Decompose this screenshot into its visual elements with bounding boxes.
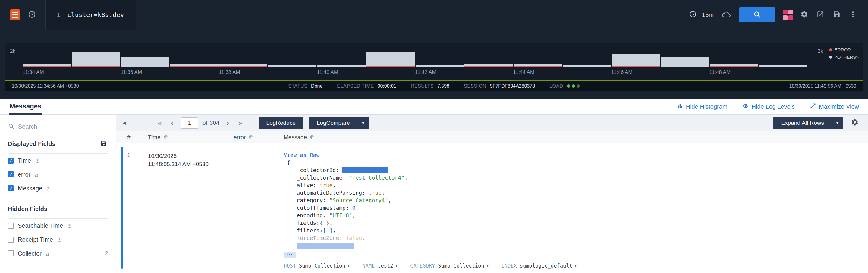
json-line: _collectorId: [284,166,864,174]
bar-error-segment [464,66,513,67]
gear-icon [851,118,859,127]
metadata-value-dropdown[interactable]: test2▾ [378,263,398,269]
histogram-bar[interactable] [464,47,513,67]
status-bar: 10/30/2025 11:34:56 AM +0530 STATUSDoneE… [5,81,863,91]
view-as-raw-link[interactable]: View as Raw [284,151,864,159]
field-row-time[interactable]: ✓Time [8,154,108,168]
prev-page-button[interactable]: ‹ [168,118,177,128]
checked-checkbox[interactable]: ✓ [8,158,14,163]
unchecked-checkbox[interactable] [8,250,14,256]
histogram-bar[interactable] [170,47,219,67]
view-control-hide-histogram[interactable]: Hide Histogram [677,103,727,111]
main-menu-button[interactable] [8,7,22,22]
histogram-bar[interactable] [366,47,415,67]
legend-item-others[interactable]: <OTHERS> [829,55,859,60]
histogram-bar[interactable] [710,47,758,67]
metadata-value-dropdown[interactable]: sumologic_default▾ [520,263,577,269]
logcompare-dropdown-button[interactable]: ▾ [358,117,369,129]
json-line: _collectorName: "Test Collector4", [284,174,864,181]
column-label: # [127,134,130,141]
copy-icon[interactable] [249,135,254,140]
share-button[interactable] [813,7,828,22]
histogram-bar[interactable] [317,47,366,67]
histogram-bar[interactable] [268,47,317,67]
topbar-actions: -15m [685,7,860,22]
histogram-bar[interactable] [415,47,464,67]
histogram-bar[interactable] [660,47,710,67]
collapse-sidebar-button[interactable]: ◀ [119,118,130,128]
table-settings-button[interactable] [849,118,860,128]
legend-item-error[interactable]: ERROR [829,47,859,52]
json-line [284,242,864,249]
table-row[interactable]: 1 10/30/2025 11:48:05.214 AM +0530 View … [116,144,868,273]
field-search-input[interactable] [18,123,108,130]
last-page-button[interactable]: » [236,118,245,128]
column-header-message[interactable]: Message [280,131,868,143]
view-control-maximize-view[interactable]: Maximize View [810,103,859,111]
histogram-bar[interactable] [72,47,121,67]
clock-icon [67,223,72,229]
first-page-button[interactable]: « [156,118,164,128]
expand-all-rows-button[interactable]: Expand All Rows [773,117,832,129]
field-label: Receipt Time [18,236,53,243]
histogram-bar[interactable] [513,47,562,67]
unchecked-checkbox[interactable] [8,237,14,243]
more-menu-button[interactable] [846,7,860,22]
save-fields-button[interactable] [99,140,108,149]
page-input[interactable] [181,117,198,129]
unchecked-checkbox[interactable] [8,223,14,229]
logcompare-button[interactable]: LogCompare [309,117,358,129]
apps-button[interactable] [781,7,795,22]
metadata-host: HOSTSumo Collection▾ [284,263,350,269]
scrollbar[interactable] [121,147,123,269]
view-control-label: Hide Log Levels [752,103,795,110]
search-icon [8,123,14,131]
field-row-collector[interactable]: Collectora2 [8,246,108,260]
histogram-bar[interactable] [758,47,807,67]
field-row-message[interactable]: ✓Messagea [8,181,108,195]
legend-label: ERROR [835,47,851,52]
column-header-error[interactable]: error [230,131,280,143]
histogram-panel: 2k 2k ERROR<OTHERS> 11:34 AM11:36 AM11:3… [5,43,863,91]
copy-icon[interactable] [164,135,169,140]
x-tick-label: 11:38 AM [219,69,240,75]
logreduce-button[interactable]: LogReduce [258,117,304,129]
view-control-label: Hide Histogram [686,103,727,110]
next-page-button[interactable]: › [224,118,232,128]
metadata-label: CATEGORY [410,263,435,269]
recent-searches-button[interactable] [25,7,39,22]
field-row-receipt-time[interactable]: Receipt Time [8,233,108,246]
column-label: Message [284,134,307,141]
expand-rows-group: Expand All Rows ▾ [773,117,843,129]
histogram-bar[interactable] [611,47,660,67]
field-row-searchable-time[interactable]: Searchable Time [8,219,108,233]
expand-more-button[interactable]: ••• [284,252,296,258]
gear-icon [800,10,808,19]
metadata-value-dropdown[interactable]: Sumo Collection▾ [438,263,489,269]
checked-checkbox[interactable]: ✓ [8,172,14,178]
metadata-value-dropdown[interactable]: Sumo Collection▾ [299,263,350,269]
save-button[interactable] [830,7,844,22]
histogram-bar[interactable] [219,47,268,67]
cloud-button[interactable] [719,7,734,22]
expand-rows-dropdown-button[interactable]: ▾ [832,117,843,129]
tab-messages[interactable]: Messages [9,102,42,115]
search-button[interactable] [739,7,775,22]
settings-button[interactable] [797,7,811,22]
checked-checkbox[interactable]: ✓ [8,185,14,191]
search-tab[interactable]: 1 cluster=k8s.dev [45,0,136,30]
tab-query-text: cluster=k8s.dev [67,11,124,19]
histogram-bar[interactable] [23,47,72,67]
json-line: filters:[ ], [284,226,864,234]
table-body: 1 10/30/2025 11:48:05.214 AM +0530 View … [116,144,868,273]
status-value: 5F7FDF834A280378 [490,84,535,89]
field-row-error[interactable]: ✓errora [8,168,108,181]
column-header-time[interactable]: Time [144,131,230,143]
histogram-bar[interactable] [562,47,611,67]
time-range-button[interactable]: -15m [685,7,717,22]
x-tick-label: 11:42 AM [415,69,436,75]
column-header-num[interactable]: # [124,131,144,143]
view-control-hide-log-levels[interactable]: Hide Log Levels [743,103,795,111]
histogram-bar[interactable] [121,47,170,67]
copy-icon[interactable] [310,135,315,140]
